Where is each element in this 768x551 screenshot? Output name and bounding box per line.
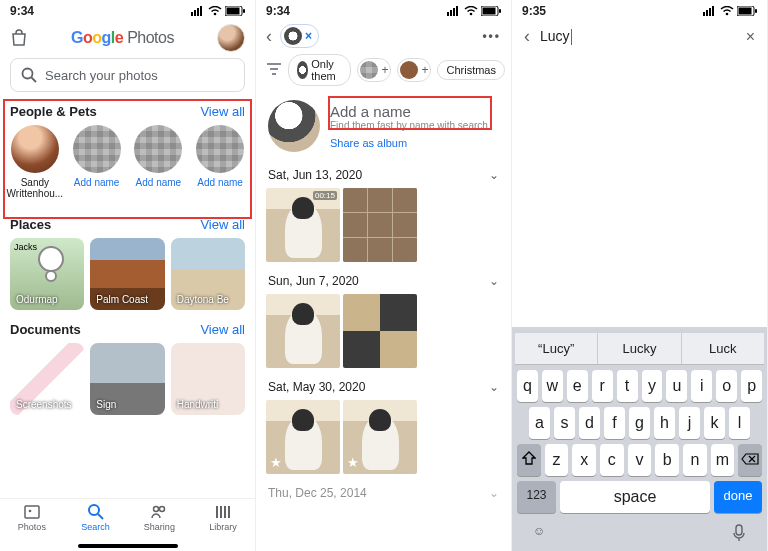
letter-key[interactable]: q xyxy=(517,370,538,402)
letter-key[interactable]: j xyxy=(679,407,700,439)
chip-avatar xyxy=(297,61,308,79)
chip-christmas[interactable]: Christmas xyxy=(437,60,505,80)
space-key[interactable]: space xyxy=(560,481,710,513)
people-view-all[interactable]: View all xyxy=(200,104,245,119)
nav-library[interactable]: Library xyxy=(191,503,255,532)
svg-rect-34 xyxy=(712,6,714,16)
shop-icon[interactable] xyxy=(10,29,28,47)
letter-key[interactable]: h xyxy=(654,407,675,439)
person-card[interactable]: Add name xyxy=(68,125,126,199)
letter-key[interactable]: c xyxy=(600,444,624,476)
letter-key[interactable]: e xyxy=(567,370,588,402)
nav-sharing[interactable]: Sharing xyxy=(128,503,192,532)
letter-key[interactable]: a xyxy=(529,407,550,439)
backspace-key[interactable] xyxy=(738,444,762,476)
token-remove-icon[interactable]: × xyxy=(305,29,312,43)
signal-icon xyxy=(447,6,461,16)
nav-search[interactable]: Search xyxy=(64,503,128,532)
add-name-title[interactable]: Add a name xyxy=(330,103,488,120)
date-group-header[interactable]: Sat, May 30, 2020 ⌄ xyxy=(256,374,511,400)
person-card[interactable]: Sandy Writtenhou... xyxy=(6,125,64,199)
numeric-key[interactable]: 123 xyxy=(517,481,556,513)
svg-line-9 xyxy=(32,78,37,83)
letter-key[interactable]: u xyxy=(666,370,687,402)
suggestion[interactable]: Lucky xyxy=(598,333,681,364)
photo-thumbnail[interactable]: 00:15 xyxy=(266,188,340,262)
letter-key[interactable]: i xyxy=(691,370,712,402)
letter-key[interactable]: y xyxy=(642,370,663,402)
letter-key[interactable]: m xyxy=(711,444,735,476)
letter-key[interactable]: f xyxy=(604,407,625,439)
place-tile[interactable]: Daytona Be xyxy=(171,238,245,310)
person-avatar xyxy=(196,125,244,173)
home-indicator[interactable] xyxy=(78,544,178,548)
clear-button[interactable]: × xyxy=(746,28,755,46)
letter-key[interactable]: g xyxy=(629,407,650,439)
person-card[interactable]: Add name xyxy=(130,125,188,199)
letter-key[interactable]: p xyxy=(741,370,762,402)
svg-point-8 xyxy=(23,69,33,79)
places-view-all[interactable]: View all xyxy=(200,217,245,232)
letter-key[interactable]: x xyxy=(572,444,596,476)
docs-view-all[interactable]: View all xyxy=(200,322,245,337)
tile-label: Screenshots xyxy=(16,399,72,410)
person-card[interactable]: Add name xyxy=(191,125,249,199)
letter-key[interactable]: r xyxy=(592,370,613,402)
date-group-header[interactable]: Sun, Jun 7, 2020 ⌄ xyxy=(256,268,511,294)
photo-thumbnail[interactable]: ★ xyxy=(266,400,340,474)
chip-add-person[interactable]: + xyxy=(397,58,431,82)
photo-thumbnail[interactable] xyxy=(266,294,340,368)
doc-tile[interactable]: Sign xyxy=(90,343,164,415)
photo-thumbnail[interactable] xyxy=(343,188,417,262)
back-button[interactable]: ‹ xyxy=(524,26,530,47)
svg-rect-0 xyxy=(191,12,193,16)
letter-key[interactable]: v xyxy=(628,444,652,476)
photo-thumbnail[interactable] xyxy=(343,294,417,368)
shift-key[interactable] xyxy=(517,444,541,476)
letter-key[interactable]: t xyxy=(617,370,638,402)
date-group-header[interactable]: Thu, Dec 25, 2014 ⌄ xyxy=(256,480,511,506)
signal-icon xyxy=(703,6,717,16)
date-label: Sat, Jun 13, 2020 xyxy=(268,168,362,182)
letter-key[interactable]: s xyxy=(554,407,575,439)
battery-icon xyxy=(481,6,501,16)
back-button[interactable]: ‹ xyxy=(266,26,272,47)
nav-photos[interactable]: Photos xyxy=(0,503,64,532)
search-placeholder: Search your photos xyxy=(45,68,158,83)
letter-key[interactable]: o xyxy=(716,370,737,402)
chevron-down-icon: ⌄ xyxy=(489,274,499,288)
filter-icon[interactable] xyxy=(266,63,282,78)
star-icon: ★ xyxy=(347,455,359,470)
photo-thumbnail[interactable]: ★ xyxy=(343,400,417,474)
name-input[interactable]: Lucy xyxy=(540,28,736,45)
place-tile[interactable]: Jacks Odurmap xyxy=(10,238,84,310)
date-group-header[interactable]: Sat, Jun 13, 2020 ⌄ xyxy=(256,162,511,188)
library-icon xyxy=(214,503,232,521)
account-avatar[interactable] xyxy=(217,24,245,52)
share-as-album[interactable]: Share as album xyxy=(330,137,488,149)
token-avatar xyxy=(284,27,302,45)
done-key[interactable]: done xyxy=(714,481,762,513)
letter-key[interactable]: d xyxy=(579,407,600,439)
place-tile[interactable]: Palm Coast xyxy=(90,238,164,310)
doc-tile[interactable]: Handwriti xyxy=(171,343,245,415)
filter-token[interactable]: × xyxy=(280,24,319,48)
chip-add-person[interactable]: + xyxy=(357,58,391,82)
emoji-button[interactable]: ☺ xyxy=(533,524,545,545)
svg-rect-7 xyxy=(243,9,245,13)
chip-only-them[interactable]: Only them xyxy=(288,54,351,86)
letter-key[interactable]: b xyxy=(655,444,679,476)
more-button[interactable]: ••• xyxy=(482,29,501,43)
letter-key[interactable]: k xyxy=(704,407,725,439)
dictation-button[interactable] xyxy=(732,524,746,545)
letter-key[interactable]: n xyxy=(683,444,707,476)
search-input[interactable]: Search your photos xyxy=(10,58,245,92)
suggestion[interactable]: “Lucy” xyxy=(515,333,598,364)
letter-key[interactable]: l xyxy=(729,407,750,439)
letter-key[interactable]: w xyxy=(542,370,563,402)
doc-tile[interactable]: Screenshots xyxy=(10,343,84,415)
letter-key[interactable]: z xyxy=(545,444,569,476)
subject-avatar[interactable] xyxy=(268,100,320,152)
svg-point-24 xyxy=(470,13,473,16)
suggestion[interactable]: Luck xyxy=(682,333,764,364)
